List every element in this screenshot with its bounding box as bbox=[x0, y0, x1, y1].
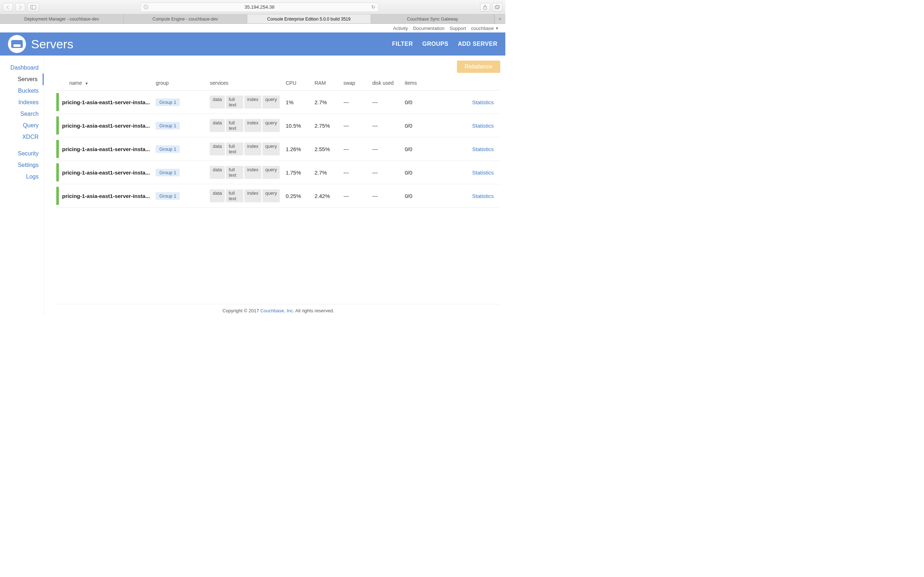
col-name-label: name bbox=[69, 80, 82, 86]
svg-rect-3 bbox=[495, 6, 499, 9]
service-chip: index bbox=[244, 95, 261, 108]
browser-tab-1[interactable]: Compute Engine - couchbase-dev bbox=[124, 15, 247, 23]
tab-label: Deployment Manager - couchbase-dev bbox=[24, 16, 99, 22]
toolbar-right bbox=[480, 3, 502, 11]
forward-button[interactable] bbox=[15, 3, 25, 11]
table-row[interactable]: pricing-1-asia-east1-server-insta... Gro… bbox=[56, 161, 500, 184]
server-group: Group 1 bbox=[153, 137, 207, 161]
statistics-link[interactable]: Statistics bbox=[472, 99, 494, 105]
server-cpu: 1.26% bbox=[283, 137, 312, 161]
server-cpu: 0.25% bbox=[283, 184, 312, 208]
address-bar[interactable]: ⓘ 35.194.254.38 ↻ bbox=[141, 3, 379, 12]
share-button[interactable] bbox=[480, 3, 490, 11]
col-group[interactable]: group bbox=[153, 76, 207, 90]
new-tab-button[interactable]: + bbox=[494, 15, 505, 23]
site-info-icon[interactable]: ⓘ bbox=[144, 4, 149, 10]
browser-tab-2[interactable]: Console Enterprise Edition 5.0.0 build 3… bbox=[247, 15, 371, 23]
tabs-overview-button[interactable] bbox=[492, 3, 502, 11]
table-header-row: name ▼ group services CPU RAM swap disk … bbox=[56, 76, 500, 90]
page-header: Servers FILTER GROUPS ADD SERVER bbox=[0, 32, 505, 56]
col-items[interactable]: items bbox=[402, 76, 434, 90]
sidebar-item-logs[interactable]: Logs bbox=[0, 171, 44, 182]
col-cpu[interactable]: CPU bbox=[283, 76, 312, 90]
statistics-link[interactable]: Statistics bbox=[472, 193, 494, 199]
col-disk[interactable]: disk used bbox=[369, 76, 402, 90]
activity-link[interactable]: Activity bbox=[393, 26, 408, 31]
col-swap[interactable]: swap bbox=[340, 76, 369, 90]
service-chip: index bbox=[244, 189, 261, 202]
service-chip: index bbox=[244, 119, 261, 132]
server-items: 0/0 bbox=[402, 184, 434, 208]
table-row[interactable]: pricing-1-asia-east1-server-insta... Gro… bbox=[56, 184, 500, 208]
service-chip: full text bbox=[226, 142, 243, 155]
sidebar-item-settings[interactable]: Settings bbox=[0, 160, 44, 171]
sidebar-item-dashboard[interactable]: Dashboard bbox=[0, 62, 44, 74]
add-server-button[interactable]: ADD SERVER bbox=[458, 41, 498, 47]
sidebar-item-indexes[interactable]: Indexes bbox=[0, 97, 44, 108]
server-services: datafull textindexquery bbox=[207, 184, 283, 208]
server-disk: --- bbox=[369, 114, 402, 137]
server-disk: --- bbox=[369, 184, 402, 208]
table-row[interactable]: pricing-1-asia-east1-server-insta... Gro… bbox=[56, 90, 500, 114]
address-text: 35.194.254.38 bbox=[244, 4, 274, 10]
sidebar-item-search[interactable]: Search bbox=[0, 108, 44, 120]
browser-tab-0[interactable]: Deployment Manager - couchbase-dev bbox=[0, 15, 124, 23]
server-cpu: 1% bbox=[283, 90, 312, 114]
groups-button[interactable]: GROUPS bbox=[422, 41, 448, 47]
page-title: Servers bbox=[31, 37, 73, 51]
server-disk: --- bbox=[369, 90, 402, 114]
couchbase-logo-icon bbox=[8, 35, 26, 53]
server-disk: --- bbox=[369, 137, 402, 161]
server-ram: 2.42% bbox=[312, 184, 340, 208]
statistics-link[interactable]: Statistics bbox=[472, 169, 494, 176]
server-group: Group 1 bbox=[153, 114, 207, 137]
sidebar-item-servers[interactable]: Servers bbox=[0, 74, 44, 85]
server-group: Group 1 bbox=[153, 90, 207, 114]
footer: Copyright © 2017 Couchbase, Inc. All rig… bbox=[56, 304, 500, 316]
service-chip: data bbox=[210, 142, 225, 155]
server-group: Group 1 bbox=[153, 161, 207, 184]
filter-button[interactable]: FILTER bbox=[392, 41, 413, 47]
col-ram[interactable]: RAM bbox=[312, 76, 340, 90]
col-name[interactable]: name ▼ bbox=[59, 76, 153, 90]
browser-toolbar: ⓘ 35.194.254.38 ↻ bbox=[0, 0, 505, 15]
tab-strip: Deployment Manager - couchbase-dev Compu… bbox=[0, 15, 505, 24]
statistics-link[interactable]: Statistics bbox=[472, 146, 494, 152]
footer-company-link[interactable]: Couchbase, Inc. bbox=[260, 308, 294, 313]
service-chip: query bbox=[262, 95, 280, 108]
sidebar: Dashboard Servers Buckets Indexes Search… bbox=[0, 56, 44, 316]
chevron-down-icon: ▼ bbox=[495, 26, 499, 30]
rebalance-button[interactable]: Rebalance bbox=[457, 61, 501, 73]
tab-label: Console Enterprise Edition 5.0.0 build 3… bbox=[267, 16, 351, 22]
sidebar-item-buckets[interactable]: Buckets bbox=[0, 85, 44, 97]
server-ram: 2.75% bbox=[312, 114, 340, 137]
col-services[interactable]: services bbox=[207, 76, 283, 90]
server-swap: --- bbox=[340, 184, 369, 208]
user-menu[interactable]: couchbase ▼ bbox=[471, 26, 499, 31]
server-swap: --- bbox=[340, 90, 369, 114]
svg-rect-0 bbox=[31, 5, 36, 9]
table-row[interactable]: pricing-1-asia-east1-server-insta... Gro… bbox=[56, 137, 500, 161]
header-actions: FILTER GROUPS ADD SERVER bbox=[392, 41, 498, 47]
reload-icon[interactable]: ↻ bbox=[372, 4, 375, 10]
sidebar-toggle-button[interactable] bbox=[27, 3, 39, 11]
server-name: pricing-1-asia-east1-server-insta... bbox=[59, 137, 153, 161]
server-services: datafull textindexquery bbox=[207, 137, 283, 161]
user-label: couchbase bbox=[471, 26, 494, 31]
sidebar-item-query[interactable]: Query bbox=[0, 120, 44, 131]
sidebar-item-security[interactable]: Security bbox=[0, 148, 44, 160]
back-button[interactable] bbox=[3, 3, 13, 11]
support-link[interactable]: Support bbox=[450, 26, 466, 31]
statistics-link[interactable]: Statistics bbox=[472, 122, 494, 129]
service-chip: query bbox=[262, 119, 280, 132]
documentation-link[interactable]: Documentation bbox=[413, 26, 444, 31]
sidebar-item-xdcr[interactable]: XDCR bbox=[0, 131, 44, 143]
server-disk: --- bbox=[369, 161, 402, 184]
service-chip: full text bbox=[226, 95, 243, 108]
browser-tab-3[interactable]: Couchbase Sync Gateway bbox=[371, 15, 495, 23]
server-ram: 2.7% bbox=[312, 90, 340, 114]
status-indicator bbox=[56, 137, 59, 161]
table-row[interactable]: pricing-1-asia-east1-server-insta... Gro… bbox=[56, 114, 500, 137]
service-chip: full text bbox=[226, 189, 243, 202]
server-name: pricing-1-asia-east1-server-insta... bbox=[59, 90, 153, 114]
